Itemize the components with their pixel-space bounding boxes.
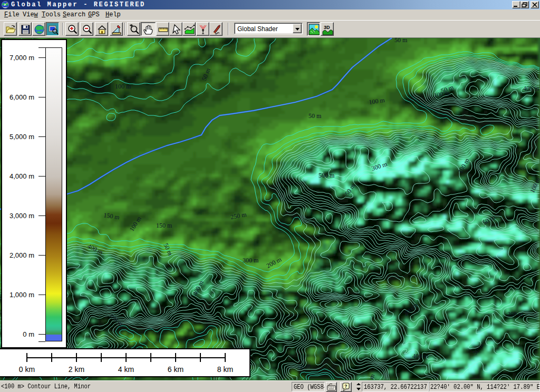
svg-text:500 m: 500 m (319, 172, 335, 179)
svg-text:?: ? (344, 384, 348, 389)
svg-text:400 m: 400 m (523, 85, 539, 92)
svg-text:150 m: 150 m (156, 222, 172, 229)
svg-text:50 m: 50 m (394, 38, 408, 44)
svg-text:50 m: 50 m (308, 112, 322, 120)
svg-text:400 m: 400 m (412, 352, 429, 360)
svg-text:3D: 3D (324, 25, 330, 30)
svg-text:200 m: 200 m (507, 310, 524, 318)
svg-text:100 m: 100 m (115, 83, 131, 90)
svg-text:300 m: 300 m (243, 257, 259, 264)
